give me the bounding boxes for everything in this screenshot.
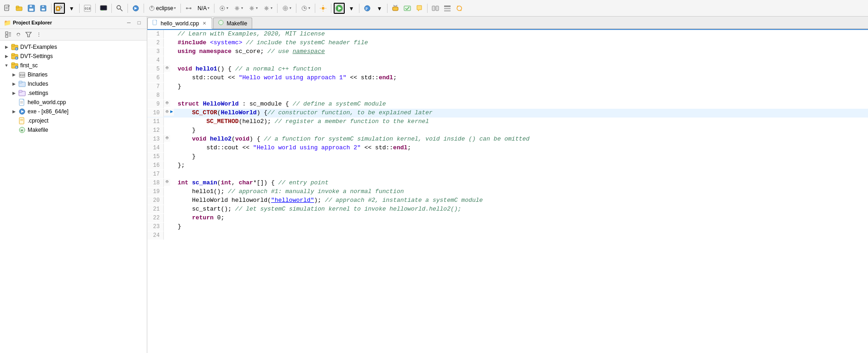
code-line-6: 6 std::cout << "Hello world using approa… (147, 74, 868, 82)
maximize-button[interactable]: □ (135, 18, 143, 27)
config1-dropdown[interactable]: ▾ (217, 4, 231, 13)
fold-10[interactable]: ⊖ (164, 109, 170, 116)
svg-rect-95 (153, 20, 156, 25)
binaries-arrow: ▶ (11, 72, 17, 77)
sidebar-header: 📁 Project Explorer ─ □ (0, 17, 147, 29)
includes-icon (18, 80, 26, 88)
hello-world-arrow (11, 100, 17, 105)
svg-rect-71 (12, 53, 15, 55)
dvt-button[interactable] (130, 3, 141, 14)
settings-folder-icon (18, 89, 26, 97)
search-button[interactable] (114, 3, 125, 14)
svg-rect-81 (19, 81, 22, 83)
svg-point-30 (250, 7, 253, 10)
code-line-7: 7 } (147, 82, 868, 91)
tab-hello-world-label: hello_world.cpp (161, 20, 199, 27)
fold-9[interactable]: ⊖ (164, 100, 170, 107)
minimize-button[interactable]: ─ (125, 18, 133, 27)
binaries-label: Binaries (28, 71, 47, 78)
build-dropdown[interactable]: ▾ (66, 3, 77, 14)
config4-dropdown[interactable]: ▾ (261, 4, 275, 13)
code-line-17: 17 (147, 170, 868, 179)
tree-item-dvt-settings[interactable]: ▶ D DVT-Settings (0, 52, 147, 61)
fold-18[interactable]: ⊖ (164, 179, 170, 186)
toolbar: ▾ 010 _ eclipse ▾ N/A ▾ ▾ ▾ ▾ (0, 0, 868, 17)
svg-rect-8 (29, 8, 34, 11)
na-dropdown[interactable]: N/A ▾ (195, 4, 212, 13)
exe-icon (18, 108, 26, 115)
tab-hello-world[interactable]: hello_world.cpp ✕ (147, 18, 212, 29)
code-line-9: 9 ⊖ struct HelloWorld : sc_module { // d… (147, 100, 868, 109)
svg-rect-7 (29, 5, 32, 7)
svg-rect-56 (444, 6, 451, 7)
sep1 (51, 4, 52, 13)
dvt-examples-label: DVT-Examples (20, 44, 57, 50)
code-line-10: 10 ⊖ ▶ SC_CTOR(HelloWorld) {// construct… (147, 109, 868, 118)
code-line-23: 23 } (147, 223, 868, 231)
svg-point-96 (219, 20, 223, 25)
debug-button[interactable] (390, 3, 401, 14)
svg-point-25 (190, 7, 191, 9)
save-all-button[interactable] (38, 3, 49, 14)
cproject-arrow (11, 118, 17, 123)
tab-makefile[interactable]: Makefile (213, 18, 252, 29)
clock-dropdown[interactable]: ▾ (299, 4, 312, 13)
coverage-button[interactable] (402, 3, 413, 14)
new-button[interactable] (2, 3, 13, 14)
tree-item-first-sc[interactable]: ▼ D first_sc (0, 61, 147, 70)
view-menu-button[interactable]: ⋮ (34, 30, 43, 39)
tree-item-exe[interactable]: ▶ exe - [x86_64/le] (0, 107, 147, 116)
svg-point-34 (285, 8, 286, 9)
perspective-dropdown[interactable]: eclipse ▾ (146, 4, 178, 13)
tab-hello-world-close[interactable]: ✕ (202, 21, 207, 26)
tree-item-settings[interactable]: ▶ .settings (0, 88, 147, 98)
tree-item-includes[interactable]: ▶ Includes (0, 79, 147, 88)
sep3 (95, 4, 96, 13)
svg-point-24 (186, 7, 188, 9)
console-button[interactable]: _ (98, 3, 109, 14)
code-line-14: 14 std::cout << "Hello world using appro… (147, 144, 868, 153)
config3-dropdown[interactable]: ▾ (246, 4, 260, 13)
tree-item-hello-world[interactable]: hello_world.cpp (0, 98, 147, 107)
fold-5[interactable]: ⊖ (164, 65, 170, 72)
config2-dropdown[interactable]: ▾ (231, 4, 245, 13)
annotation-button[interactable] (414, 3, 425, 14)
fold-13[interactable]: ⊖ (164, 135, 170, 142)
svg-rect-57 (444, 8, 451, 9)
link-editor-button[interactable] (14, 30, 23, 39)
build-tool-button[interactable] (54, 3, 65, 14)
open-button[interactable] (14, 3, 25, 14)
sun-button[interactable] (318, 3, 329, 14)
tab-hello-world-icon (152, 20, 158, 27)
tree-item-cproject[interactable]: .cproject (0, 116, 147, 125)
svg-rect-55 (436, 6, 439, 11)
code-editor[interactable]: 1 // Learn with Examples, 2020, MIT lice… (147, 29, 868, 353)
target-dropdown[interactable]: ▾ (280, 4, 294, 13)
profile-dropdown[interactable]: ▾ (374, 3, 385, 14)
tree-item-binaries[interactable]: ▶ 010 Binaries (0, 70, 147, 79)
sep9 (277, 4, 278, 13)
profile-button[interactable]: P (362, 3, 373, 14)
filter-button[interactable] (24, 30, 33, 39)
compare-button[interactable] (430, 3, 441, 14)
code-line-24: 24 (147, 231, 868, 240)
sep4 (111, 4, 112, 13)
view-button[interactable] (442, 3, 453, 14)
tab-bar: hello_world.cpp ✕ Makefile (147, 17, 868, 29)
collapse-all-button[interactable] (4, 30, 13, 39)
sep10 (296, 4, 296, 13)
includes-arrow: ▶ (11, 82, 17, 86)
tree-item-makefile[interactable]: M Makefile (0, 125, 147, 135)
cproject-label: .cproject (28, 118, 48, 124)
run-button[interactable] (334, 3, 345, 14)
save-button[interactable] (26, 3, 37, 14)
svg-rect-47 (393, 7, 398, 11)
cproject-icon (18, 117, 26, 124)
binary-button[interactable]: 010 (82, 3, 93, 14)
run-dropdown[interactable]: ▾ (346, 3, 357, 14)
binaries-icon: 010 (18, 71, 26, 78)
sync-button[interactable] (454, 3, 465, 14)
tree-item-dvt-examples[interactable]: ▶ D DVT-Examples (0, 42, 147, 52)
code-line-3: 3 using namespace sc_core; // use namesp… (147, 47, 868, 56)
sep5 (127, 4, 128, 13)
